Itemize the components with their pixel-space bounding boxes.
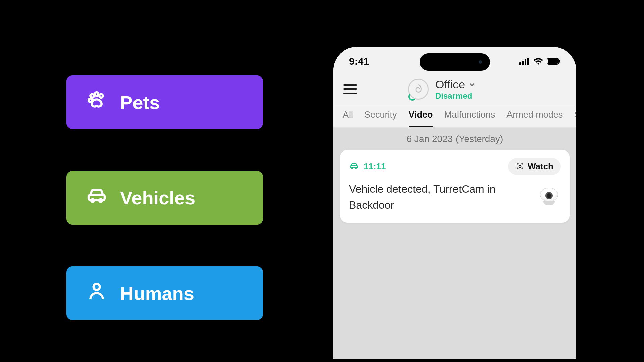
cellular-icon bbox=[519, 58, 530, 65]
hub-selector[interactable]: Office bbox=[435, 78, 476, 91]
category-tile-pets[interactable]: Pets bbox=[66, 75, 263, 129]
category-label: Humans bbox=[120, 283, 194, 304]
tab-video[interactable]: Video bbox=[409, 110, 433, 128]
person-icon bbox=[86, 281, 107, 306]
dynamic-island bbox=[420, 53, 490, 71]
filter-tabs: All Security Video Malfunctions Armed mo… bbox=[333, 105, 576, 128]
paw-icon bbox=[86, 89, 107, 115]
tab-all[interactable]: All bbox=[343, 110, 353, 127]
hub-status-label: Disarmed bbox=[435, 91, 476, 101]
svg-point-18 bbox=[519, 165, 521, 168]
watch-button[interactable]: Watch bbox=[508, 158, 561, 175]
svg-point-7 bbox=[94, 284, 100, 290]
event-time: 11:11 bbox=[364, 161, 386, 172]
feed-date-label: 6 Jan 2023 (Yesterday) bbox=[333, 128, 576, 150]
wifi-icon bbox=[533, 58, 543, 65]
svg-point-2 bbox=[99, 94, 103, 98]
tab-malfunctions[interactable]: Malfunctions bbox=[444, 110, 495, 127]
svg-point-0 bbox=[90, 94, 94, 98]
app-header: Office Disarmed bbox=[333, 76, 576, 105]
svg-rect-8 bbox=[519, 62, 521, 65]
chevron-down-icon bbox=[468, 81, 476, 88]
hub-icon bbox=[408, 79, 429, 100]
svg-rect-13 bbox=[548, 59, 558, 64]
watch-icon bbox=[516, 162, 524, 171]
category-tile-vehicles[interactable]: Vehicles bbox=[66, 171, 263, 225]
event-message: Vehicle detected, TurretCam in Backdoor bbox=[349, 181, 530, 213]
tab-armed-modes[interactable]: Armed modes bbox=[506, 110, 563, 127]
svg-rect-9 bbox=[522, 61, 524, 65]
car-icon bbox=[86, 185, 107, 211]
hub-name-label: Office bbox=[435, 78, 465, 91]
tab-security[interactable]: Security bbox=[364, 110, 397, 127]
category-label: Pets bbox=[120, 92, 160, 113]
category-label: Vehicles bbox=[120, 187, 195, 209]
phone-frame: 9:41 bbox=[329, 42, 581, 362]
watch-label: Watch bbox=[528, 161, 553, 172]
vehicle-event-icon bbox=[349, 161, 359, 172]
loading-spinner-icon bbox=[408, 93, 416, 101]
status-time: 9:41 bbox=[349, 56, 369, 67]
menu-button[interactable] bbox=[343, 82, 358, 96]
phone-screen: 9:41 bbox=[333, 47, 576, 359]
camera-thumbnail bbox=[537, 186, 561, 208]
svg-rect-14 bbox=[559, 60, 560, 63]
svg-rect-11 bbox=[527, 58, 529, 65]
event-card[interactable]: 11:11 Watch Vehicle detected, TurretCam … bbox=[340, 150, 570, 223]
battery-icon bbox=[547, 58, 561, 65]
svg-rect-10 bbox=[525, 59, 526, 65]
svg-point-1 bbox=[95, 92, 99, 96]
category-tile-humans[interactable]: Humans bbox=[66, 266, 263, 320]
tab-overflow[interactable]: Sm bbox=[574, 110, 576, 127]
